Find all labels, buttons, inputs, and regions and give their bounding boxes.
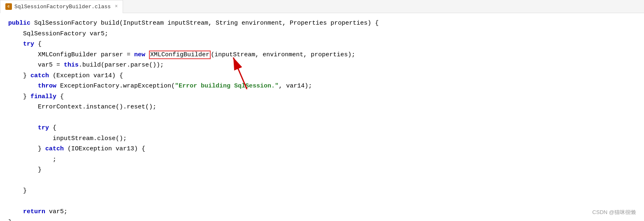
code-line-19: return var5;: [8, 207, 636, 217]
tab-close-icon[interactable]: ×: [115, 4, 118, 9]
code-line-2: SqlSessionFactory var5;: [8, 29, 636, 39]
code-line-11: try {: [8, 123, 636, 134]
watermark: CSDN @猫咪很懒: [592, 209, 636, 216]
code-line-16: [8, 175, 636, 186]
code-line-14: ;: [8, 154, 636, 165]
tab-icon: c: [5, 3, 12, 10]
tab-sqlsession[interactable]: c SqlSessionFactoryBuilder.class ×: [0, 0, 123, 13]
code-line-10: [8, 113, 636, 123]
code-line-4: XMLConfigBuilder parser = new XMLConfigB…: [8, 50, 636, 60]
code-line-20: }: [8, 217, 636, 221]
tab-bar: c SqlSessionFactoryBuilder.class ×: [0, 0, 644, 13]
code-line-5: var5 = this.build(parser.parse());: [8, 60, 636, 71]
code-line-1: public SqlSessionFactory build(InputStre…: [8, 18, 636, 29]
tab-label: SqlSessionFactoryBuilder.class: [14, 4, 111, 10]
code-line-18: [8, 196, 636, 207]
code-line-17: }: [8, 186, 636, 196]
code-area: public SqlSessionFactory build(InputStre…: [0, 13, 644, 221]
code-line-9: ErrorContext.instance().reset();: [8, 102, 636, 113]
code-line-6: } catch (Exception var14) {: [8, 71, 636, 81]
code-line-12: inputStream.close();: [8, 134, 636, 144]
code-line-8: } finally {: [8, 92, 636, 102]
code-line-3: try {: [8, 39, 636, 50]
code-line-7: throw ExceptionFactory.wrapException("Er…: [8, 81, 636, 92]
code-line-13: } catch (IOException var13) {: [8, 144, 636, 154]
code-line-15: }: [8, 165, 636, 175]
